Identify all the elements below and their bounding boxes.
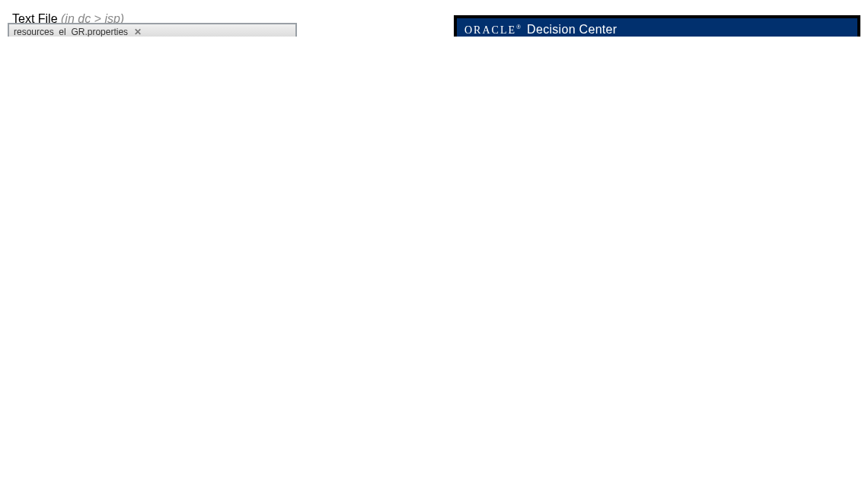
decision-center-window: ORACLE® Decision Center Open Perspective… xyxy=(454,15,860,37)
textfile-editor: resources_el_GR.properties ✕ Offers= προ… xyxy=(8,23,297,37)
textfile-tab[interactable]: resources_el_GR.properties ✕ xyxy=(9,24,295,37)
close-icon[interactable]: ✕ xyxy=(134,27,142,37)
dc-app-title: Decision Center xyxy=(527,23,617,37)
oracle-logo: ORACLE® xyxy=(464,24,522,37)
dc-titlebar: ORACLE® Decision Center xyxy=(457,18,857,37)
textfile-tab-name: resources_el_GR.properties xyxy=(14,27,128,37)
